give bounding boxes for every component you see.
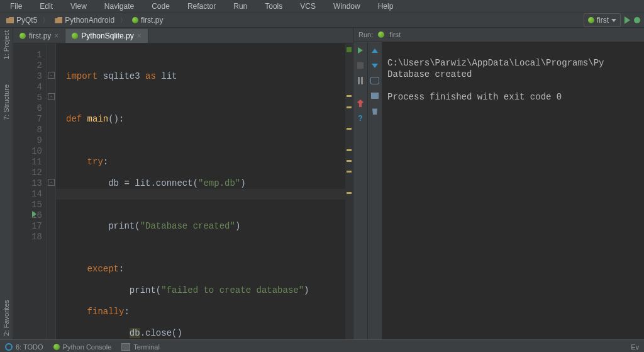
scroll-down-button[interactable] xyxy=(369,60,380,71)
code-area[interactable]: import sqlite3 as lit def main(): try: d… xyxy=(56,43,345,339)
menu-edit[interactable]: Edit xyxy=(32,1,60,12)
error-stripe[interactable] xyxy=(345,43,353,339)
menu-code[interactable]: Code xyxy=(144,1,177,12)
debug-button-icon[interactable] xyxy=(634,17,640,23)
run-toolbar-primary: ? xyxy=(353,42,368,339)
console-line: Process finished with exit code 0 xyxy=(387,92,562,102)
rerun-button[interactable] xyxy=(355,45,366,56)
fold-column: - - - xyxy=(47,43,56,339)
folder-icon xyxy=(55,17,62,23)
gutter: 1234 5678 9101112 13141516 1718 xyxy=(13,43,47,339)
editor-tab-label: first.py xyxy=(29,31,51,40)
pin-button[interactable] xyxy=(355,98,366,109)
folder-icon xyxy=(6,17,14,23)
code-editor[interactable]: 1234 5678 9101112 13141516 1718 - - - im… xyxy=(13,43,353,339)
python-file-icon xyxy=(132,17,138,23)
current-line-highlight xyxy=(56,189,345,200)
close-icon[interactable]: × xyxy=(54,31,58,40)
stop-button[interactable] xyxy=(355,60,366,71)
menu-help[interactable]: Help xyxy=(370,1,401,12)
python-file-icon xyxy=(588,17,594,23)
main-menu-bar: File Edit View Navigate Code Refactor Ru… xyxy=(0,0,644,13)
run-tool-title: Run: xyxy=(358,31,373,38)
tool-event-log[interactable]: Ev xyxy=(631,343,639,351)
menu-run[interactable]: Run xyxy=(226,1,255,12)
tool-python-console[interactable]: Python Console xyxy=(53,343,112,351)
fold-toggle-icon[interactable]: - xyxy=(48,72,55,79)
python-file-icon xyxy=(19,33,26,39)
run-button-icon[interactable] xyxy=(625,16,630,24)
tool-todo[interactable]: 6: TODO xyxy=(5,343,43,351)
run-tool-config: first xyxy=(389,31,401,38)
editor-tab[interactable]: first.py × xyxy=(13,29,65,43)
editor-tab-active[interactable]: PythonSqlite.py × xyxy=(65,29,148,43)
editor-panel: first.py × PythonSqlite.py × 1234 5678 9… xyxy=(13,28,353,339)
breadcrumb-separator: 〉 xyxy=(42,15,50,26)
breadcrumb-file[interactable]: first.py xyxy=(130,15,165,25)
menu-refactor[interactable]: Refactor xyxy=(180,1,223,12)
scroll-up-button[interactable] xyxy=(369,45,380,56)
tool-project[interactable]: 1: Project xyxy=(3,30,10,59)
navigation-bar: PyQt5 〉 PythonAndroid 〉 first.py first xyxy=(0,13,644,28)
run-tool-header: Run: first xyxy=(353,28,644,42)
menu-tools[interactable]: Tools xyxy=(257,1,290,12)
terminal-icon xyxy=(121,343,130,351)
run-config-selector[interactable]: first xyxy=(584,13,621,27)
editor-tab-label: PythonSqlite.py xyxy=(81,31,133,40)
console-line: Database created xyxy=(387,69,472,79)
console-output[interactable]: C:\Users\Parwiz\AppData\Local\Programs\P… xyxy=(382,42,644,339)
status-bar: 6: TODO Python Console Terminal Ev xyxy=(0,339,644,352)
close-icon[interactable]: × xyxy=(137,31,142,40)
python-file-icon xyxy=(378,31,384,38)
console-line: C:\Users\Parwiz\AppData\Local\Programs\P… xyxy=(387,58,604,68)
left-tool-strip: 1: Project 7: Structure 2: Favorites xyxy=(0,28,13,339)
breadcrumb-folder[interactable]: PythonAndroid xyxy=(52,15,117,25)
tool-terminal[interactable]: Terminal xyxy=(121,343,160,351)
tool-favorites[interactable]: 2: Favorites xyxy=(3,300,10,336)
editor-tab-row: first.py × PythonSqlite.py × xyxy=(13,28,353,43)
run-config-label: first xyxy=(597,16,609,25)
menu-window[interactable]: Window xyxy=(326,1,368,12)
python-file-icon xyxy=(53,344,60,350)
todo-icon xyxy=(5,343,13,351)
print-button[interactable] xyxy=(369,90,380,101)
menu-view[interactable]: View xyxy=(63,1,94,12)
pause-button[interactable] xyxy=(355,75,366,86)
menu-file[interactable]: File xyxy=(3,1,30,12)
chevron-down-icon xyxy=(611,19,616,22)
menu-vcs[interactable]: VCS xyxy=(292,1,323,12)
fold-toggle-icon[interactable]: - xyxy=(48,179,55,186)
run-line-icon[interactable] xyxy=(32,211,36,217)
clear-all-button[interactable] xyxy=(369,105,380,116)
help-button[interactable]: ? xyxy=(355,113,366,124)
python-file-icon xyxy=(72,33,78,39)
breadcrumb-separator: 〉 xyxy=(119,15,127,26)
breadcrumb-root[interactable]: PyQt5 xyxy=(4,15,40,25)
fold-toggle-icon[interactable]: - xyxy=(48,93,55,100)
inspection-ok-icon xyxy=(347,47,352,52)
soft-wrap-button[interactable] xyxy=(369,75,380,86)
tool-structure[interactable]: 7: Structure xyxy=(3,84,10,120)
run-tool-window: Run: first ? xyxy=(353,28,644,339)
menu-navigate[interactable]: Navigate xyxy=(97,1,142,12)
run-toolbar-secondary xyxy=(368,42,382,339)
